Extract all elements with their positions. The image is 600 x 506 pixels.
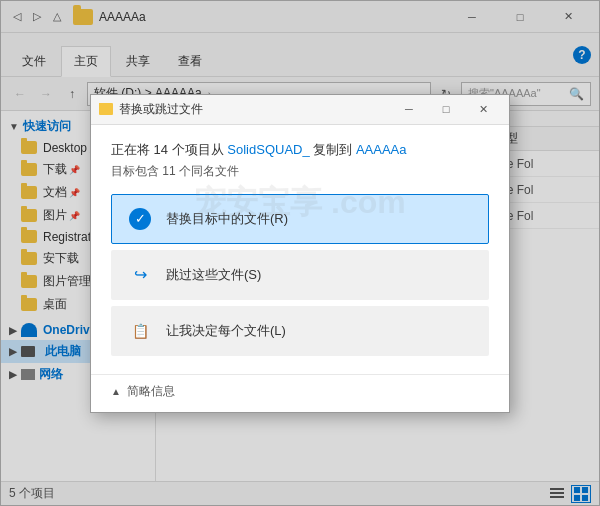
skip-arrow-icon: ↪ <box>129 264 151 286</box>
dialog-option-replace[interactable]: ✓ 替换目标中的文件(R) <box>111 194 489 244</box>
explorer-window: ◁ ▷ △ AAAAAa ─ □ ✕ 文件 主页 共享 查看 ? ← → ↑ 软… <box>0 0 600 506</box>
dialog-footer: ▲ 简略信息 <box>91 374 509 412</box>
dialog-title-controls: ─ □ ✕ <box>391 96 501 122</box>
dialog-close-button[interactable]: ✕ <box>465 96 501 122</box>
skip-option-icon: ↪ <box>126 261 154 289</box>
dialog-title: 替换或跳过文件 <box>119 101 391 118</box>
dialog-option-skip[interactable]: ↪ 跳过这些文件(S) <box>111 250 489 300</box>
replace-option-icon: ✓ <box>126 205 154 233</box>
dialog-option-decide-label: 让我决定每个文件(L) <box>166 322 286 340</box>
expand-icon: ▲ <box>111 386 121 397</box>
dialog-title-bar: 替换或跳过文件 ─ □ ✕ <box>91 95 509 125</box>
dialog: 替换或跳过文件 ─ □ ✕ 正在将 14 个项目从 SolidSQUAD_ 复制… <box>90 94 510 413</box>
check-icon: ✓ <box>129 208 151 230</box>
dialog-maximize-button[interactable]: □ <box>428 96 464 122</box>
dialog-body: 正在将 14 个项目从 SolidSQUAD_ 复制到 AAAAAa 目标包含 … <box>91 125 509 374</box>
expand-info-button[interactable]: ▲ 简略信息 <box>111 383 175 400</box>
dialog-option-decide[interactable]: 📋 让我决定每个文件(L) <box>111 306 489 356</box>
dialog-option-skip-label: 跳过这些文件(S) <box>166 266 261 284</box>
expand-label: 简略信息 <box>127 383 175 400</box>
dialog-subtitle: 正在将 14 个项目从 SolidSQUAD_ 复制到 AAAAAa <box>111 141 489 159</box>
dialog-folder-icon <box>99 103 113 115</box>
dialog-minimize-button[interactable]: ─ <box>391 96 427 122</box>
dialog-option-replace-label: 替换目标中的文件(R) <box>166 210 288 228</box>
dialog-subtext: 目标包含 11 个同名文件 <box>111 163 489 180</box>
dialog-overlay: 宠安宝享 .com 替换或跳过文件 ─ □ ✕ 正在将 14 个项目从 Soli… <box>1 1 599 505</box>
clipboard-icon: 📋 <box>129 320 151 342</box>
decide-option-icon: 📋 <box>126 317 154 345</box>
